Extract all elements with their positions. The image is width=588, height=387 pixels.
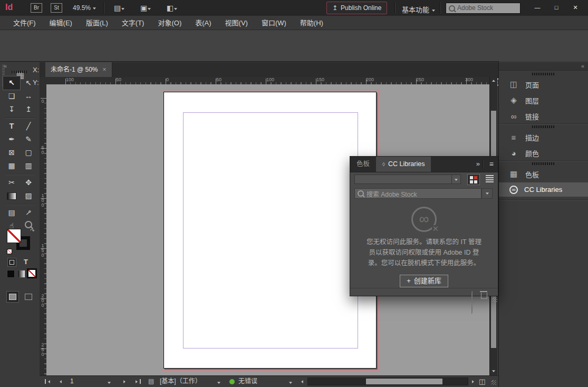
dock-group-grip[interactable] (532, 162, 555, 165)
minimize-button[interactable]: — (528, 2, 546, 13)
gradient-feather-tool[interactable]: ▨ (20, 189, 37, 202)
library-select-dropdown[interactable] (354, 175, 461, 184)
preflight-preset[interactable]: [基本]（工作） (160, 376, 201, 387)
dock-item-color[interactable]: ◕ 颜色 (499, 146, 588, 160)
normal-view-mode-button[interactable] (7, 292, 18, 302)
close-button[interactable]: ✕ (566, 2, 584, 13)
bridge-button[interactable]: Br (31, 3, 42, 13)
document-tab[interactable]: 未命名-1 @ 50% × (45, 62, 112, 77)
panel-menu-icon[interactable]: ≡ (489, 160, 494, 168)
page-tool[interactable]: ❏ (3, 90, 20, 103)
previous-page-button[interactable] (57, 376, 64, 387)
preview-mode-button[interactable] (23, 292, 34, 302)
fill-proxy-swatch-none[interactable] (7, 229, 21, 243)
create-new-library-button[interactable]: + 创建新库 (400, 275, 448, 287)
pencil-tool[interactable]: ✎ (20, 133, 37, 146)
direct-selection-tool[interactable]: ↖ (20, 76, 37, 90)
menu-help[interactable]: 帮助(H) (293, 16, 330, 30)
error-status-label[interactable]: 无错误 (238, 376, 257, 387)
next-page-button[interactable] (121, 376, 128, 387)
list-view-button[interactable] (483, 174, 496, 185)
content-placer-tool[interactable]: ↥ (20, 103, 37, 116)
rectangle-tool[interactable]: ▢ (20, 146, 37, 159)
collapse-panel-icon[interactable]: » (476, 160, 480, 168)
maximize-button[interactable]: □ (547, 2, 565, 13)
ruler-origin-corner[interactable] (40, 77, 47, 85)
dock-item-pages[interactable]: ◫ 页面 (499, 77, 588, 92)
menu-table[interactable]: 表(A) (188, 16, 218, 30)
dock-item-links[interactable]: ∞ 链接 (499, 109, 588, 123)
frame-tool[interactable]: ⊠ (3, 146, 20, 159)
split-window-icon[interactable]: ◫ (479, 376, 485, 387)
toolbar-collapse-icon[interactable]: « (4, 63, 7, 69)
grid-view-button[interactable] (467, 174, 480, 185)
menu-view[interactable]: 视图(V) (218, 16, 255, 30)
first-page-button[interactable] (45, 376, 52, 387)
menu-layout[interactable]: 版面(L) (79, 16, 115, 30)
selection-tool[interactable]: ↖ (3, 76, 20, 90)
arrange-documents-dropdown[interactable]: ◧ (167, 4, 178, 12)
menu-edit[interactable]: 编辑(E) (43, 16, 79, 30)
tab-cc-libraries[interactable]: ◊ CC Libraries (376, 157, 431, 172)
zoom-level-dropdown[interactable]: 49.5% (73, 4, 97, 12)
tab-close-icon[interactable]: × (103, 62, 107, 77)
dock-item-cc-libraries[interactable]: ∞ CC Libraries (499, 182, 588, 197)
tab-swatches[interactable]: 色板 (350, 157, 376, 172)
pen-tool[interactable]: ✒ (3, 133, 20, 146)
search-scope-dropdown[interactable] (481, 188, 493, 199)
scroll-down-button[interactable] (490, 368, 497, 375)
horizontal-ruler[interactable]: 100 50 0 50 100 150 200 250 300 (46, 77, 489, 85)
formatting-affects-text-button[interactable]: T (24, 258, 28, 266)
menu-type[interactable]: 文字(T) (115, 16, 151, 30)
publish-online-button[interactable]: ↥ Publish Online (326, 2, 387, 14)
vertical-ruler[interactable]: 0 50 100 150 200 250 (40, 84, 47, 375)
apply-none-button[interactable] (28, 269, 36, 277)
dock-group-grip[interactable] (532, 73, 555, 75)
gradient-tool[interactable] (3, 189, 20, 202)
note-tool[interactable]: ▤ (3, 206, 20, 219)
free-transform-tool[interactable]: ✥ (20, 176, 37, 189)
default-fill-stroke-icon[interactable] (7, 249, 12, 254)
page-number-field[interactable]: 1 (70, 376, 74, 387)
type-tool[interactable]: T (3, 120, 20, 133)
gap-tool[interactable]: ↔ (20, 90, 37, 103)
stock-button[interactable]: St (51, 3, 62, 13)
menu-object[interactable]: 对象(O) (151, 16, 188, 30)
view-options-dropdown[interactable]: ▤ (114, 4, 125, 12)
adobe-stock-search-input[interactable]: Adobe Stock (446, 3, 520, 14)
menu-window[interactable]: 窗口(W) (255, 16, 293, 30)
scroll-right-button[interactable] (470, 376, 476, 387)
library-search-input[interactable]: 搜索 Adobe Stock (354, 188, 481, 199)
preflight-dropdown[interactable] (217, 376, 221, 387)
horizontal-grid-tool[interactable]: ▦ (3, 159, 20, 172)
trash-icon[interactable] (481, 293, 487, 301)
line-tool[interactable]: ╱ (20, 120, 37, 133)
preflight-icon[interactable]: ▤ (148, 376, 154, 387)
sync-error-icon[interactable]: ∞ (471, 292, 475, 313)
page-number-dropdown[interactable] (107, 376, 111, 387)
document-page[interactable] (163, 92, 377, 369)
horizontal-scrollbar[interactable] (307, 378, 468, 385)
dock-item-layers[interactable]: ◈ 图层 (499, 93, 588, 108)
vertical-grid-tool[interactable]: ▥ (20, 159, 37, 172)
workspace-switcher[interactable]: 基本功能 (402, 4, 436, 14)
formatting-affects-container-button[interactable] (8, 258, 16, 266)
apply-gradient-button[interactable] (17, 270, 25, 278)
content-collector-tool[interactable]: ↧ (3, 103, 20, 116)
swap-fill-stroke-icon[interactable]: ↷ (30, 228, 34, 234)
scissors-tool[interactable]: ✂ (3, 176, 20, 189)
scroll-left-button[interactable] (299, 376, 305, 387)
scroll-up-button[interactable] (490, 77, 497, 84)
expand-panels-icon[interactable]: « (581, 63, 584, 69)
last-page-button[interactable] (133, 376, 141, 387)
panel-grip[interactable] (12, 71, 28, 73)
screen-mode-dropdown[interactable]: ▣ (140, 4, 151, 12)
dock-group-grip[interactable] (532, 125, 555, 128)
dock-item-stroke[interactable]: ≡ 描边 (499, 130, 588, 144)
resize-grip[interactable] (493, 297, 497, 302)
resize-grip[interactable] (491, 380, 496, 385)
dock-item-swatches[interactable]: ▦ 色板 (499, 167, 588, 181)
error-status-dropdown[interactable] (288, 376, 293, 387)
apply-color-button[interactable] (7, 270, 15, 278)
horizontal-scrollbar-thumb[interactable] (366, 379, 442, 384)
